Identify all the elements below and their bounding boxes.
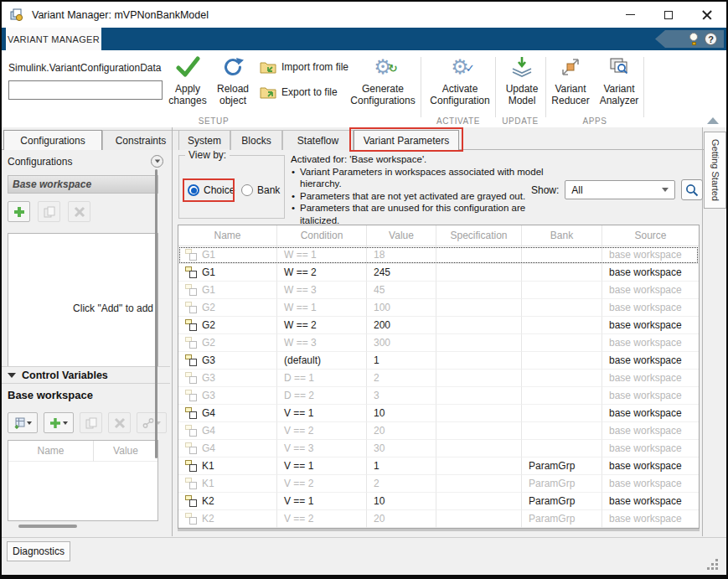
- table-row[interactable]: K1V == 22ParamGrpbase workspace: [178, 475, 699, 493]
- value-cell: 200: [367, 317, 436, 334]
- variant-reducer-button[interactable]: Variant Reducer: [548, 54, 593, 106]
- table-row[interactable]: G1W == 118base workspace: [178, 246, 699, 264]
- tab-constraints[interactable]: Constraints: [102, 130, 179, 150]
- tab-variant-parameters[interactable]: Variant Parameters: [354, 130, 459, 150]
- variant-parameter-icon: [185, 266, 197, 278]
- config-data-input[interactable]: [8, 80, 163, 100]
- variant-parameter-icon: [185, 284, 197, 296]
- value-cell: 20: [367, 422, 436, 440]
- bank-cell: [522, 370, 602, 387]
- source-cell: base workspace: [602, 493, 699, 510]
- variant-parameter-icon: [185, 425, 197, 437]
- copy-control-variable-button[interactable]: [80, 412, 102, 433]
- param-table-body: G1W == 118base workspaceG1W == 2245base …: [178, 246, 699, 528]
- param-name-cell: G3: [178, 352, 277, 370]
- lightbulb-icon[interactable]: [689, 33, 698, 45]
- value-cell: 45: [367, 282, 436, 299]
- col-value[interactable]: Value: [367, 225, 436, 246]
- copy-configuration-button[interactable]: [38, 201, 60, 222]
- delete-configuration-button[interactable]: [68, 201, 90, 222]
- import-control-variables-button[interactable]: [8, 412, 38, 433]
- param-name-cell: K2: [178, 510, 277, 528]
- tab-getting-started[interactable]: Getting Started: [704, 132, 726, 209]
- plus-icon: [49, 417, 61, 429]
- add-configuration-button[interactable]: [8, 201, 30, 222]
- collapse-ribbon-icon[interactable]: [707, 117, 719, 124]
- base-workspace-row[interactable]: Base workspace: [8, 175, 158, 194]
- delete-x-icon: [114, 417, 126, 429]
- panel-splitter-left[interactable]: [172, 127, 173, 536]
- table-row[interactable]: K1V == 11ParamGrpbase workspace: [178, 458, 699, 475]
- tab-system[interactable]: System: [178, 130, 230, 150]
- col-source[interactable]: Source: [602, 225, 699, 246]
- table-row[interactable]: G1W == 2245base workspace: [178, 264, 699, 282]
- table-row[interactable]: G4V == 110base workspace: [178, 405, 699, 422]
- import-from-file-button[interactable]: Import from file: [260, 60, 349, 74]
- activate-configuration-button[interactable]: ⚙✓ Activate Configuration: [425, 54, 495, 106]
- bank-cell: [522, 440, 602, 458]
- table-row[interactable]: G2W == 1100base workspace: [178, 299, 699, 317]
- table-row[interactable]: G3D == 23base workspace: [178, 387, 699, 405]
- col-condition[interactable]: Condition: [277, 225, 367, 246]
- condition-cell: V == 2: [277, 422, 367, 440]
- col-specification[interactable]: Specification: [436, 225, 522, 246]
- link-control-variable-button[interactable]: [137, 412, 167, 433]
- col-bank[interactable]: Bank: [522, 225, 602, 246]
- col-name[interactable]: Name: [178, 225, 277, 246]
- variant-analyzer-button[interactable]: Variant Analyzer: [595, 54, 643, 106]
- minimize-button[interactable]: [611, 2, 649, 28]
- resize-grip[interactable]: [706, 558, 718, 570]
- radio-choice[interactable]: Choice: [188, 184, 235, 196]
- condition-cell: W == 3: [277, 282, 367, 299]
- radio-bank[interactable]: Bank: [241, 184, 280, 196]
- table-row[interactable]: G1W == 345base workspace: [178, 282, 699, 299]
- tab-stateflow[interactable]: Stateflow: [282, 130, 354, 150]
- update-model-button[interactable]: Update Model: [499, 54, 545, 106]
- export-to-file-button[interactable]: Export to file: [260, 85, 338, 99]
- tab-variant-manager[interactable]: VARIANT MANAGER: [6, 28, 101, 50]
- condition-cell: D == 1: [277, 370, 367, 387]
- table-row[interactable]: G2W == 2200base workspace: [178, 317, 699, 334]
- condition-cell: W == 1: [277, 246, 367, 264]
- diagnostics-button[interactable]: Diagnostics: [7, 541, 70, 561]
- search-button[interactable]: [681, 179, 703, 200]
- horizontal-scrollbar-thumb[interactable]: [18, 525, 77, 528]
- table-row[interactable]: K2V == 220ParamGrpbase workspace: [178, 510, 699, 528]
- tab-blocks[interactable]: Blocks: [230, 130, 282, 150]
- plus-icon: [13, 205, 26, 219]
- apply-changes-button[interactable]: Apply changes: [167, 54, 209, 106]
- table-row[interactable]: G4V == 220base workspace: [178, 422, 699, 440]
- reload-icon: [222, 54, 244, 80]
- source-cell: base workspace: [602, 317, 699, 334]
- minimize-icon: [626, 14, 635, 15]
- delete-control-variable-button[interactable]: [108, 412, 131, 433]
- table-row[interactable]: G4V == 330base workspace: [178, 440, 699, 458]
- generate-configurations-button[interactable]: ⚙↻ Generate Configurations: [343, 54, 422, 106]
- group-label-update: UPDATE: [496, 116, 545, 126]
- section-menu-icon[interactable]: [151, 155, 163, 168]
- control-variables-table[interactable]: Name Value: [8, 440, 158, 521]
- reload-object-button[interactable]: Reload object: [212, 54, 254, 106]
- param-name-cell: G3: [178, 387, 277, 405]
- condition-cell: V == 3: [277, 440, 367, 458]
- help-icon[interactable]: ?: [705, 33, 717, 45]
- close-button[interactable]: [688, 2, 726, 28]
- table-bottom-scrollbar[interactable]: [178, 529, 700, 531]
- bank-cell: [522, 317, 602, 334]
- tab-configurations[interactable]: Configurations: [3, 130, 102, 150]
- table-row[interactable]: G3(default)1base workspace: [178, 352, 699, 370]
- table-row[interactable]: G3D == 12base workspace: [178, 370, 699, 387]
- control-variables-header[interactable]: Control Variables: [2, 366, 170, 384]
- variant-parameter-icon: [185, 390, 197, 401]
- maximize-button[interactable]: [649, 2, 688, 28]
- vertical-scrollbar-thumb[interactable]: [155, 169, 157, 458]
- configurations-list[interactable]: Click "Add" to add: [8, 233, 158, 384]
- table-row[interactable]: K2V == 110ParamGrpbase workspace: [178, 493, 699, 510]
- add-control-variable-button[interactable]: [44, 412, 74, 433]
- variant-parameter-icon: [185, 478, 197, 489]
- update-model-icon: [511, 54, 533, 80]
- condition-cell: V == 1: [277, 458, 367, 475]
- show-dropdown[interactable]: All: [565, 180, 675, 199]
- table-row[interactable]: G2W == 3300base workspace: [178, 334, 699, 352]
- apply-check-icon: [175, 54, 200, 80]
